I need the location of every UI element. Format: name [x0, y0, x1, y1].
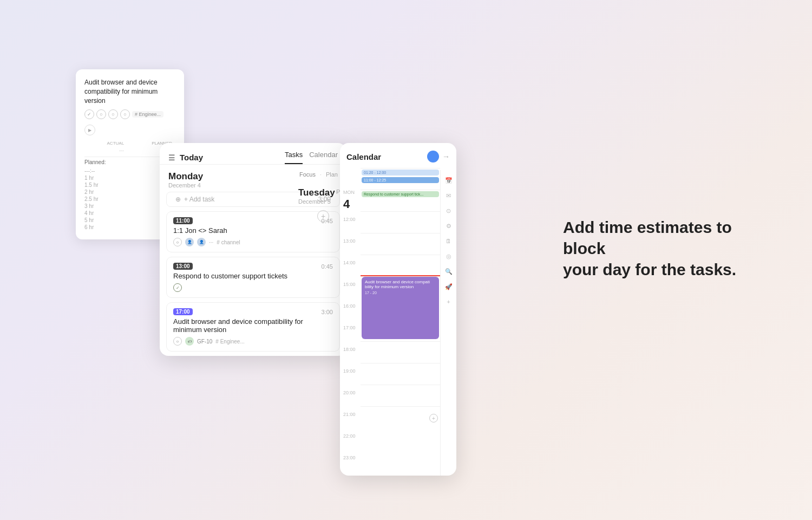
calendar-panel: Calendar → MON 4 12:00 13:00 14:00 15:00…: [340, 143, 456, 476]
cal-icon-rocket[interactable]: 🚀: [443, 281, 455, 292]
task-card-3-header: 17:00 3:00: [173, 308, 333, 315]
task-1-icon: ···: [209, 239, 213, 245]
focus-button[interactable]: Focus: [299, 171, 316, 178]
play-button[interactable]: ▶: [84, 125, 95, 135]
slot-2300: +: [361, 406, 440, 428]
slot-2000: [361, 341, 440, 363]
task-3-duration: 3:00: [322, 309, 333, 315]
time-1400: 14:00: [340, 259, 361, 281]
current-time-line: [361, 275, 440, 276]
tasks-tabs: Tasks Calendar: [285, 151, 338, 164]
task-3-check[interactable]: ○: [173, 337, 182, 346]
task-2-check[interactable]: ✓: [173, 283, 182, 292]
cal-header-right: →: [427, 151, 450, 162]
tab-calendar[interactable]: Calendar: [309, 151, 338, 164]
add-icon: ⊕: [175, 196, 181, 203]
task-1-check[interactable]: ○: [173, 238, 182, 246]
task-card-3: 17:00 3:00 Audit browser and device comp…: [166, 302, 340, 352]
cal-content: MON 4 12:00 13:00 14:00 15:00 16:00 17:0…: [340, 168, 456, 476]
cal-sidebar: 📅 ✉ ⊙ ⚙ 🗓 ◎ 🔍 🚀 +: [440, 170, 456, 476]
time-1700: 17:00: [340, 324, 361, 346]
monday-actions: Focus · Plan: [299, 171, 338, 178]
task-3-avatar: 🏷: [185, 337, 194, 346]
task-1-meta: ○ 👤 👤 ··· # channel: [173, 238, 333, 246]
bg-card-title: Audit browser and device compatibility f…: [84, 78, 175, 105]
check-icon: ✓: [84, 109, 94, 119]
event-audit-title: Audit browser and device compati bility …: [365, 280, 436, 289]
user3-icon: ○: [120, 109, 130, 119]
tuesday-section: Tuesday December 5 Plan +: [290, 181, 346, 222]
user-icon: ○: [96, 109, 106, 119]
cal-dayname: MON: [343, 190, 355, 195]
task-1-channel: # channel: [217, 239, 240, 245]
time-1600: 16:00: [340, 302, 361, 324]
cal-icon-calendar2[interactable]: 🗓: [443, 235, 455, 247]
tuesday-date: December 5: [298, 198, 335, 205]
add-task-label: + Add task: [184, 196, 214, 203]
task-3-title: Audit browser and device compatibility f…: [173, 317, 333, 334]
calendar-title: Calendar: [346, 152, 381, 161]
monday-date: December 4: [168, 182, 203, 188]
task-2-title: Respond to customer support tickets: [173, 272, 333, 280]
tab-tasks[interactable]: Tasks: [285, 151, 303, 164]
bg-card-meta: ✓ ○ ○ ○ # Enginee...: [84, 109, 175, 119]
task-card-2-header: 13:00 0:45: [173, 263, 333, 270]
task-2-time: 13:00: [173, 263, 193, 270]
task-2-meta: ✓: [173, 283, 333, 292]
event-audit: Audit browser and device compati bility …: [362, 277, 439, 339]
tagline-line2: your day for the tasks.: [563, 261, 736, 278]
cal-icon-search[interactable]: 🔍: [443, 265, 455, 277]
tuesday-add-icon[interactable]: +: [317, 210, 329, 222]
menu-icon[interactable]: ☰: [168, 153, 175, 162]
time-2300: 23:00: [340, 454, 361, 476]
event-1100: 01:20 - 12:00: [362, 170, 439, 176]
task-card-2: 13:00 0:45 Respond to customer support t…: [166, 257, 340, 298]
time-1300: 13:00: [340, 237, 361, 259]
time-1800: 18:00: [340, 346, 361, 367]
cal-icon-settings[interactable]: ⚙: [443, 220, 455, 232]
time-1200: 12:00: [340, 216, 361, 237]
slot-1700: Audit browser and device compati bility …: [361, 276, 440, 341]
task-3-ticket: GF-10: [197, 339, 212, 344]
add-slot-button[interactable]: +: [429, 414, 438, 422]
task-1-title: 1:1 Jon <> Sarah: [173, 226, 333, 235]
slot-1500: [361, 233, 440, 255]
cal-arrow-icon[interactable]: →: [442, 152, 450, 161]
task-1-avatar2: 👤: [197, 238, 206, 246]
cal-icon-calendar[interactable]: 📅: [443, 174, 455, 186]
slot-1600: [361, 255, 440, 276]
cal-times: MON 4 12:00 13:00 14:00 15:00 16:00 17:0…: [340, 168, 361, 476]
tasks-header: ☰ Today Tasks Calendar: [160, 143, 346, 164]
cal-icon-mail[interactable]: ✉: [443, 190, 455, 202]
tuesday-title: Tuesday: [298, 187, 335, 198]
add-task-left: ⊕ + Add task: [175, 196, 214, 203]
cal-grid: 01:20 - 12:00 11:00 - 12:25 Respond to c…: [361, 168, 440, 476]
cal-icon-record[interactable]: ⊙: [443, 205, 455, 217]
time-1500: 15:00: [340, 281, 361, 302]
slot-1400: [361, 211, 440, 233]
cal-dot: [427, 151, 439, 162]
plan-button[interactable]: Plan: [326, 171, 338, 178]
task-3-time: 17:00: [173, 308, 193, 315]
cal-icon-plus[interactable]: +: [443, 296, 455, 308]
time-2200: 22:00: [340, 432, 361, 454]
slot-1300: Respond to customer support tick...: [361, 190, 440, 211]
tasks-panel: ☰ Today Tasks Calendar Monday December 4…: [160, 143, 346, 356]
task-1-time: 11:00: [173, 217, 193, 224]
tagline: Add time estimates to block your day for…: [563, 217, 747, 280]
cal-icon-globe[interactable]: ◎: [443, 250, 455, 262]
today-label: Today: [180, 153, 280, 162]
time-2100: 21:00: [340, 411, 361, 432]
event-1100b: 11:00 - 12:25: [362, 177, 439, 183]
event-1300: Respond to customer support tick...: [362, 191, 439, 197]
time-2000: 20:00: [340, 389, 361, 411]
calendar-header: Calendar →: [340, 143, 456, 168]
slot-1200: 01:20 - 12:00 11:00 - 12:25: [361, 168, 440, 190]
tagline-line1: Add time estimates to block: [563, 218, 732, 257]
monday-title: Monday: [168, 171, 203, 182]
user2-icon: ○: [108, 109, 118, 119]
slot-2200: [361, 385, 440, 406]
bg-tag: # Enginee...: [132, 111, 163, 118]
task-1-avatar: 👤: [185, 238, 194, 246]
task-2-duration: 0:45: [322, 263, 333, 270]
